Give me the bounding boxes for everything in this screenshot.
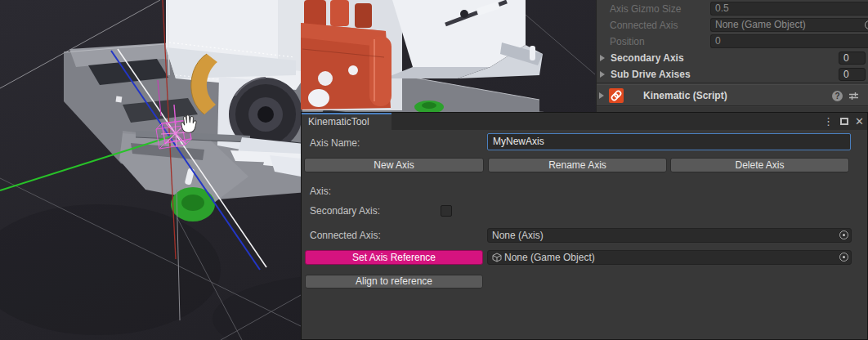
foldout-label: Sub Drive Axises — [611, 69, 691, 80]
window-menu-icon[interactable]: ⋮ — [823, 113, 834, 130]
inspector-row-connected-axis: Connected Axis None (Game Object) — [597, 17, 868, 34]
delete-axis-button[interactable]: Delete Axis — [670, 158, 849, 172]
kinematictool-window: KinematicTool ⋮ ✕ Axis Name: MyNewAxis N… — [301, 112, 868, 340]
kinematic-component-header[interactable]: Kinematic (Script) ? — [597, 84, 868, 106]
reference-object-field[interactable]: None (Game Object) — [487, 250, 852, 265]
secondary-axis-count-field[interactable]: 0 — [839, 51, 866, 65]
field-label: Connected Axis — [610, 20, 678, 31]
new-axis-button[interactable]: New Axis — [304, 158, 484, 172]
object-picker-icon[interactable] — [839, 253, 848, 262]
foldout-arrow-icon[interactable] — [599, 92, 604, 99]
kinematic-script-icon — [609, 88, 624, 103]
help-icon[interactable]: ? — [832, 91, 843, 101]
window-tab-bar: KinematicTool ⋮ ✕ — [302, 113, 867, 130]
axis-label: Axis: — [310, 186, 331, 197]
connected-axis-object-field[interactable]: None (Game Object) — [710, 18, 868, 32]
position-field[interactable]: 0 — [710, 34, 868, 48]
field-label: Position — [610, 36, 645, 47]
object-picker-icon[interactable] — [865, 20, 868, 29]
field-label: Axis Gizmo Size — [610, 3, 681, 15]
connected-axis-label: Connected Axis: — [310, 230, 381, 241]
component-title: Kinematic (Script) — [643, 90, 727, 101]
object-picker-icon[interactable] — [839, 230, 848, 239]
maximize-icon[interactable] — [840, 118, 848, 125]
axis-name-label: Axis Name: — [310, 137, 360, 149]
axis-name-input[interactable]: MyNewAxis — [487, 133, 851, 150]
inspector-row-axis-gizmo-size: Axis Gizmo Size 0.5 — [597, 1, 868, 17]
tab-kinematictool[interactable]: KinematicTool — [302, 113, 391, 130]
foldout-label: Secondary Axis — [611, 52, 684, 64]
inspector-foldout-secondary-axis[interactable]: Secondary Axis 0 — [597, 50, 868, 66]
separator — [597, 83, 868, 83]
connected-axis-object-field[interactable]: None (Axis) — [487, 228, 852, 243]
close-icon[interactable]: ✕ — [855, 113, 864, 130]
rename-axis-button[interactable]: Rename Axis — [488, 158, 667, 172]
presets-icon[interactable] — [848, 91, 859, 104]
object-field-text: None (Axis) — [492, 230, 544, 241]
axis-gizmo-size-field[interactable]: 0.5 — [710, 2, 868, 16]
foldout-arrow-icon[interactable] — [600, 71, 605, 78]
align-to-reference-button[interactable]: Align to reference — [305, 275, 483, 289]
secondary-axis-checkbox[interactable] — [441, 205, 452, 217]
set-axis-reference-button[interactable]: Set Axis Reference — [305, 250, 483, 265]
unity-editor-screenshot: Axis Gizmo Size 0.5 Connected Axis None … — [0, 0, 868, 340]
inspector-foldout-sub-drive-axises[interactable]: Sub Drive Axises 0 — [597, 66, 868, 83]
gameobject-cube-icon — [492, 253, 502, 266]
inspector-panel: Axis Gizmo Size 0.5 Connected Axis None … — [596, 0, 868, 114]
foldout-arrow-icon[interactable] — [600, 55, 605, 61]
inspector-row-position: Position 0 — [597, 34, 868, 50]
object-field-text: None (Game Object) — [504, 252, 595, 263]
secondary-axis-label: Secondary Axis: — [310, 205, 380, 217]
sub-drive-axises-count-field[interactable]: 0 — [839, 68, 866, 81]
